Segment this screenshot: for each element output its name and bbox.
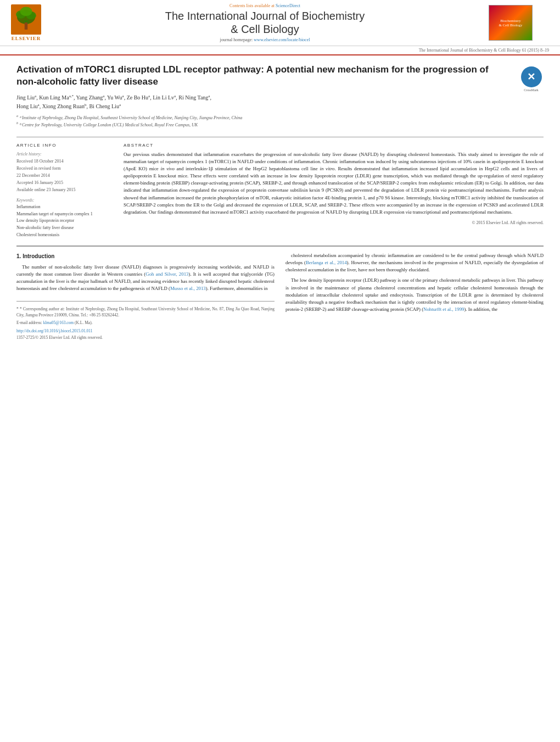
affiliations: a ᵃ Institute of Nephrology, Zhong Da Ho… xyxy=(16,114,511,128)
email-note: E-mail address: klma05@163.com (K.L. Ma)… xyxy=(16,320,275,326)
received-date-1: Received 18 October 2014 xyxy=(16,158,113,165)
svg-point-6 xyxy=(20,7,32,16)
article-info-box: Article history: Received 18 October 201… xyxy=(16,151,113,193)
journal-cover: Biochemistry& Cell Biology xyxy=(489,5,549,41)
intro-section-title: 1. Introduction xyxy=(16,252,275,260)
contents-available-label: Contents lists available at ScienceDirec… xyxy=(41,3,489,8)
ref-nohturfft[interactable]: Nohturfft et al., 1999 xyxy=(423,306,464,312)
footnotes: * * Corresponding author at: Institute o… xyxy=(16,301,275,341)
elsevier-logo: 🌿 ELSEVIER xyxy=(11,4,41,41)
intro-paragraph-1: The number of non-alcoholic fatty liver … xyxy=(16,264,275,293)
sciencedirect-link[interactable]: ScienceDirect xyxy=(276,3,300,8)
crossmark-label: CrossMark xyxy=(524,88,539,92)
elsevier-brand-text: ELSEVIER xyxy=(12,36,41,41)
elsevier-tree-icon: 🌿 xyxy=(11,4,41,35)
section-divider xyxy=(16,137,544,137)
body-columns: 1. Introduction The number of non-alcoho… xyxy=(16,252,544,341)
page: 🌿 ELSEVIER Contents lists available at S… xyxy=(0,0,560,742)
article-history-label: Article history: xyxy=(16,151,113,157)
revised-label: Received in revised form xyxy=(16,165,113,172)
keyword-4: Non-alcoholic fatty liver disease xyxy=(16,225,113,232)
journal-header: 🌿 ELSEVIER Contents lists available at S… xyxy=(0,0,560,46)
keywords-section: Keywords: Inflammation Mammalian target … xyxy=(16,198,113,239)
article-citation: The International Journal of Biochemistr… xyxy=(419,48,549,53)
journal-title-block: Contents lists available at ScienceDirec… xyxy=(41,3,489,42)
keyword-5: Cholesterol homeostasis xyxy=(16,232,113,239)
email-link[interactable]: klma05@163.com xyxy=(43,320,74,325)
abstract-column: ABSTRACT Our previous studies demonstrat… xyxy=(124,143,544,239)
ref-berlanga[interactable]: Berlanga et al., 2014 xyxy=(306,260,347,265)
crossmark-icon: ✕ xyxy=(521,66,542,87)
body-right-para-2: The low density lipoprotein receptor (LD… xyxy=(285,277,544,313)
received-date-2: 22 December 2014 xyxy=(16,172,113,179)
body-left-column: 1. Introduction The number of non-alcoho… xyxy=(16,252,275,341)
homepage-link[interactable]: www.elsevier.com/locate/biocel xyxy=(254,37,310,42)
body-right-para-1: cholesterol metabolism accompanied by ch… xyxy=(285,252,544,274)
copyright-line: © 2015 Elsevier Ltd. All rights reserved… xyxy=(124,220,544,225)
authors: Jing Liua, Kun Ling Maa,*, Yang Zhanga, … xyxy=(16,93,511,110)
issn-line: 1357-2725/© 2015 Elsevier Ltd. All right… xyxy=(16,334,275,341)
article-meta-line: The International Journal of Biochemistr… xyxy=(0,46,560,55)
abstract-heading: ABSTRACT xyxy=(124,143,544,148)
corresponding-author-note: * * Corresponding author at: Institute o… xyxy=(16,306,275,319)
main-content: Activation of mTORC1 disrupted LDL recep… xyxy=(0,55,560,352)
keyword-3: Low density lipoprotein receptor xyxy=(16,217,113,225)
keywords-heading: Keywords: xyxy=(16,198,113,203)
crossmark-logo[interactable]: ✕ CrossMark xyxy=(519,66,544,92)
journal-cover-image: Biochemistry& Cell Biology xyxy=(489,5,533,41)
abstract-text: Our previous studies demonstrated that i… xyxy=(124,151,544,216)
article-title: Activation of mTORC1 disrupted LDL recep… xyxy=(16,64,511,88)
body-divider xyxy=(16,246,544,247)
doi-link[interactable]: http://dx.doi.org/10.1016/j.biocel.2015.… xyxy=(16,328,93,333)
article-title-text: Activation of mTORC1 disrupted LDL recep… xyxy=(16,64,511,131)
ref-goh-silver[interactable]: Goh and Silver, 2013 xyxy=(145,271,188,277)
available-label: Available online 23 January 2015 xyxy=(16,187,113,193)
article-title-section: Activation of mTORC1 disrupted LDL recep… xyxy=(16,64,544,131)
info-abstract-columns: ARTICLE INFO Article history: Received 1… xyxy=(16,143,544,239)
doi-line: http://dx.doi.org/10.1016/j.biocel.2015.… xyxy=(16,328,275,334)
body-right-column: cholesterol metabolism accompanied by ch… xyxy=(285,252,544,341)
journal-title: The International Journal of Biochemistr… xyxy=(41,9,489,36)
accepted-label: Accepted 16 January 2015 xyxy=(16,180,113,186)
article-info-column: ARTICLE INFO Article history: Received 1… xyxy=(16,143,113,239)
keyword-1: Inflammation xyxy=(16,204,113,211)
svg-rect-3 xyxy=(25,23,28,30)
ref-musso[interactable]: Musso et al., 2013 xyxy=(170,286,206,291)
article-info-heading: ARTICLE INFO xyxy=(16,143,113,148)
journal-homepage: journal homepage: www.elsevier.com/locat… xyxy=(41,37,489,42)
keyword-2: Mammalian target of rapamycin complex 1 xyxy=(16,211,113,218)
